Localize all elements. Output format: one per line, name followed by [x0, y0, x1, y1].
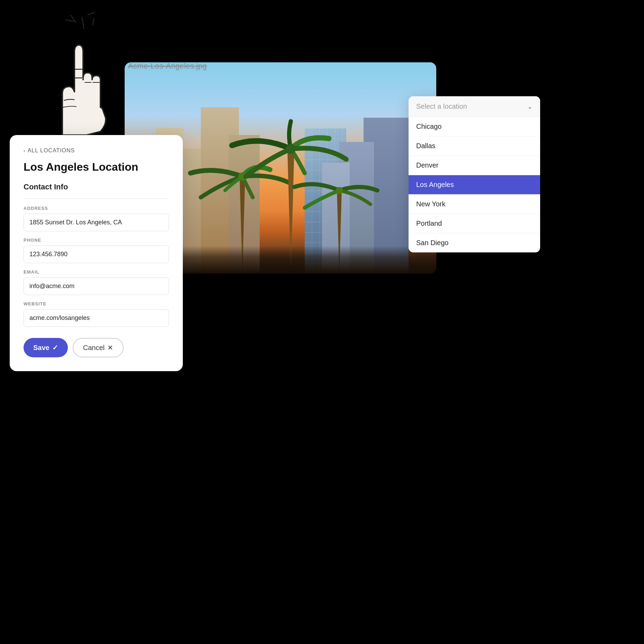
dropdown-header[interactable]: Select a location ⌄ — [409, 96, 540, 117]
sparkle-line — [87, 12, 95, 15]
dropdown-item-newyork[interactable]: New York — [409, 195, 540, 214]
cancel-button[interactable]: Cancel ✕ — [73, 338, 124, 357]
cancel-label: Cancel — [83, 344, 105, 352]
save-button[interactable]: Save ✓ — [24, 338, 68, 357]
dropdown-item-losangeles[interactable]: Los Angeles — [409, 175, 540, 195]
email-field-group: EMAIL — [24, 269, 169, 295]
section-divider — [24, 198, 169, 199]
location-dropdown-panel: Select a location ⌄ Chicago Dallas Denve… — [409, 96, 540, 252]
phone-label: PHONE — [24, 238, 169, 243]
back-link[interactable]: ‹ ALL LOCATIONS — [24, 147, 169, 154]
website-field-group: WEBSITE — [24, 301, 169, 327]
contact-info-section: Contact Info — [24, 182, 169, 191]
back-chevron-icon: ‹ — [24, 148, 26, 153]
address-input[interactable] — [24, 214, 169, 231]
dropdown-placeholder: Select a location — [416, 102, 467, 110]
phone-input[interactable] — [24, 245, 169, 263]
dropdown-item-sandiego[interactable]: San Diego — [409, 233, 540, 252]
form-button-row: Save ✓ Cancel ✕ — [24, 338, 169, 357]
dropdown-item-dallas[interactable]: Dallas — [409, 136, 540, 156]
email-label: EMAIL — [24, 269, 169, 275]
sparkle-line — [65, 19, 74, 22]
checkmark-icon: ✓ — [52, 343, 58, 352]
save-label: Save — [33, 344, 50, 352]
back-link-label: ALL LOCATIONS — [28, 147, 75, 154]
location-form-card: ‹ ALL LOCATIONS Los Angeles Location Con… — [10, 135, 183, 371]
hand-svg — [42, 24, 111, 135]
chevron-down-icon: ⌄ — [527, 103, 533, 110]
dropdown-item-chicago[interactable]: Chicago — [409, 117, 540, 136]
address-field-group: ADDRESS — [24, 206, 169, 231]
image-filename: Acme-Los-Angeles.jpg — [128, 62, 207, 71]
dropdown-item-denver[interactable]: Denver — [409, 156, 540, 175]
website-label: WEBSITE — [24, 301, 169, 306]
phone-field-group: PHONE — [24, 238, 169, 263]
svg-point-5 — [286, 144, 296, 154]
x-icon: ✕ — [107, 343, 113, 352]
website-input[interactable] — [24, 309, 169, 327]
hand-illustration — [28, 10, 125, 142]
address-label: ADDRESS — [24, 206, 169, 211]
email-input[interactable] — [24, 277, 169, 295]
dropdown-item-portland[interactable]: Portland — [409, 214, 540, 233]
form-title: Los Angeles Location — [24, 161, 169, 173]
